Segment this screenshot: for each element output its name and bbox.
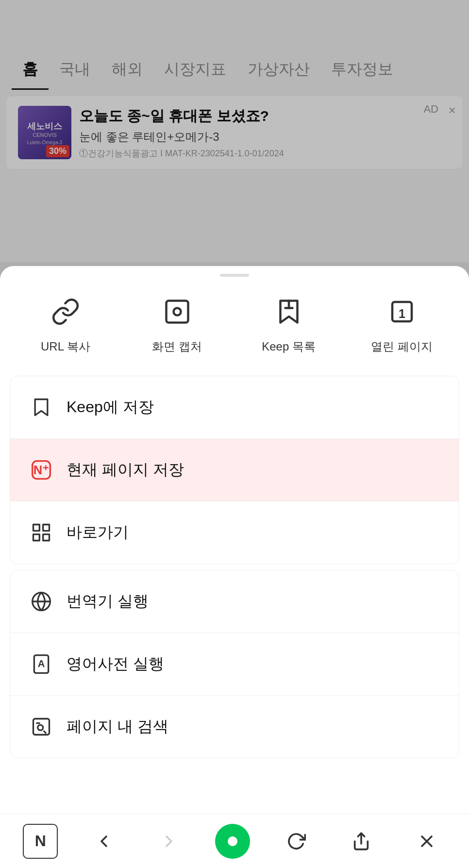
- menu-item-dictionary[interactable]: A 영어사전 실행: [10, 633, 459, 696]
- nav-back-button[interactable]: [84, 822, 123, 861]
- sheet-handle: [220, 274, 249, 277]
- page-search-icon: [28, 713, 55, 740]
- nav-reload-button[interactable]: [277, 822, 316, 861]
- shortcut-label: 바로가기: [67, 522, 129, 543]
- dictionary-icon: A: [28, 651, 55, 678]
- quick-action-screenshot[interactable]: 화면 캡처: [148, 290, 206, 354]
- menu-section-1: Keep에 저장 N⁺ 현재 페이지 저장 바로가기: [10, 376, 459, 564]
- nav-forward-button[interactable]: [150, 822, 188, 861]
- open-pages-label: 열린 페이지: [371, 339, 433, 354]
- bottom-nav: N: [0, 814, 469, 868]
- keep-list-label: Keep 목록: [262, 339, 316, 354]
- menu-item-shortcut[interactable]: 바로가기: [10, 501, 459, 564]
- keep-list-icon: [268, 290, 310, 333]
- svg-rect-20: [34, 719, 50, 735]
- svg-text:1: 1: [399, 307, 405, 320]
- current-page-save-label: 현재 페이지 저장: [67, 459, 184, 481]
- translator-label: 번역기 실행: [67, 591, 149, 612]
- svg-marker-9: [35, 400, 48, 416]
- menu-item-page-search[interactable]: 페이지 내 검색: [10, 696, 459, 758]
- svg-rect-14: [34, 534, 40, 541]
- url-copy-icon: [44, 290, 87, 333]
- bookmark-icon: [28, 394, 55, 421]
- quick-action-keep-list[interactable]: Keep 목록: [260, 290, 318, 354]
- menu-item-translator[interactable]: 번역기 실행: [10, 570, 459, 633]
- menu-item-keep-save[interactable]: Keep에 저장: [10, 376, 459, 439]
- nav-home-button[interactable]: [215, 824, 250, 859]
- svg-text:A: A: [38, 658, 45, 669]
- nav-share-button[interactable]: [342, 822, 381, 861]
- quick-action-url-copy[interactable]: URL 복사: [36, 290, 95, 354]
- open-pages-icon: 1: [381, 290, 423, 333]
- svg-point-3: [173, 308, 181, 316]
- url-copy-label: URL 복사: [41, 339, 90, 354]
- svg-line-22: [44, 731, 46, 733]
- screenshot-label: 화면 캡처: [152, 339, 202, 354]
- n-label: N: [35, 832, 46, 850]
- translate-icon: [28, 588, 55, 615]
- nav-n-button[interactable]: N: [23, 824, 58, 859]
- menu-section-2: 번역기 실행 A 영어사전 실행 페이지 내 검색: [10, 570, 459, 758]
- svg-rect-2: [166, 301, 188, 323]
- quick-action-open-pages[interactable]: 1 열린 페이지: [371, 290, 433, 354]
- svg-rect-15: [43, 534, 50, 541]
- grid-icon: [28, 519, 55, 546]
- svg-point-21: [38, 725, 43, 730]
- naver-plus-icon: N⁺: [28, 456, 55, 484]
- nav-close-button[interactable]: [407, 822, 446, 861]
- bottom-sheet: URL 복사 화면 캡처 Keep 목록: [0, 266, 469, 868]
- quick-actions: URL 복사 화면 캡처 Keep 목록: [0, 290, 469, 370]
- keep-save-label: Keep에 저장: [67, 397, 154, 418]
- svg-rect-12: [34, 525, 40, 531]
- dictionary-label: 영어사전 실행: [67, 653, 164, 675]
- home-dot: [228, 836, 237, 846]
- screenshot-icon: [156, 290, 199, 333]
- svg-rect-13: [43, 525, 50, 531]
- menu-item-current-page-save[interactable]: N⁺ 현재 페이지 저장: [10, 439, 459, 501]
- page-search-label: 페이지 내 검색: [67, 716, 168, 737]
- svg-text:N⁺: N⁺: [34, 463, 50, 477]
